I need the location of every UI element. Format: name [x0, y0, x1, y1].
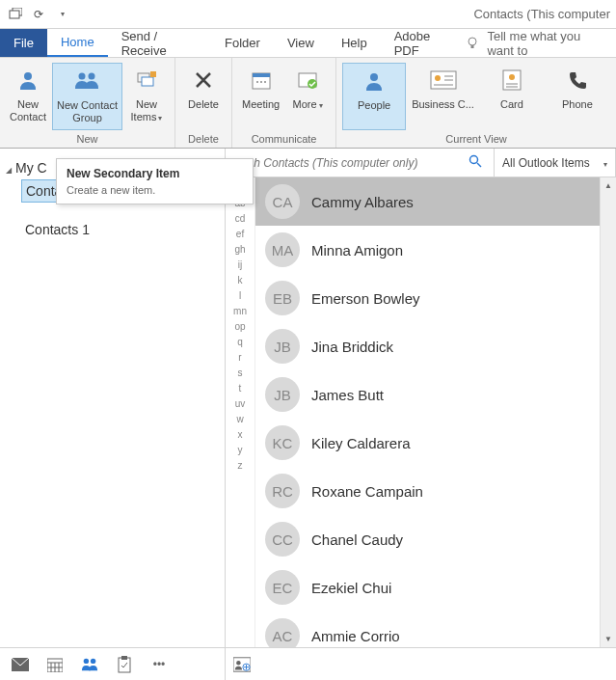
contacts-area: 123abcdefghijklmnopqrstuvwxyz CACammy Al… [226, 177, 616, 647]
new-contact-group-button[interactable]: New ContactGroup [52, 63, 122, 130]
new-contact-button[interactable]: NewContact [6, 63, 50, 130]
view-people-button[interactable]: People [342, 63, 406, 130]
alpha-mn[interactable]: mn [233, 307, 247, 316]
contact-name: Ezekiel Chui [311, 580, 391, 596]
search-icon[interactable] [463, 154, 488, 171]
tab-help[interactable]: Help [328, 29, 381, 57]
alpha-q[interactable]: q [237, 338, 243, 347]
calendar-nav-icon[interactable] [46, 656, 64, 673]
folder-pane: New Secondary Item Create a new item. My… [0, 149, 226, 680]
ribbon-tabs: File Home Send / Receive Folder View Hel… [0, 29, 616, 58]
alpha-op[interactable]: op [234, 322, 245, 332]
alpha-cd[interactable]: cd [235, 214, 246, 224]
svg-rect-36 [121, 656, 127, 660]
sendreceive-qat-icon[interactable] [6, 5, 25, 24]
avatar: EC [265, 570, 300, 605]
svg-point-4 [79, 73, 86, 80]
avatar: EB [265, 281, 300, 315]
scroll-up-icon[interactable]: ▲ [601, 177, 616, 194]
calendar-icon [246, 65, 277, 95]
tasks-nav-icon[interactable] [116, 656, 133, 673]
scrollbar[interactable]: ▲ ▼ [600, 177, 616, 647]
tree-item-contacts1[interactable]: Contacts 1 [21, 203, 219, 240]
tooltip-body: Create a new item. [67, 184, 243, 196]
new-items-icon [131, 65, 162, 95]
svg-rect-35 [119, 658, 130, 672]
svg-point-16 [370, 73, 378, 81]
view-card-button[interactable]: Card [480, 63, 544, 130]
tab-adobe[interactable]: Adobe PDF [381, 29, 467, 57]
svg-point-40 [236, 660, 241, 665]
person-view-icon [359, 66, 389, 96]
avatar: JB [265, 329, 300, 364]
alpha-t[interactable]: t [239, 384, 242, 394]
tab-file[interactable]: File [0, 29, 47, 57]
contact-row[interactable]: ECEzekiel Chui [255, 563, 600, 612]
svg-point-1 [469, 38, 476, 45]
alpha-ij[interactable]: ij [238, 260, 242, 270]
delete-button[interactable]: Delete [181, 63, 226, 130]
svg-line-38 [477, 163, 481, 167]
svg-rect-8 [150, 71, 156, 77]
alpha-x[interactable]: x [238, 430, 243, 440]
svg-point-34 [91, 658, 95, 663]
contact-list[interactable]: CACammy AlbaresMAMinna AmigonEBEmerson B… [254, 177, 600, 647]
alpha-gh[interactable]: gh [234, 245, 245, 255]
contact-name: Roxane Campain [311, 483, 423, 500]
alpha-k[interactable]: k [238, 276, 243, 286]
svg-point-11 [256, 81, 258, 83]
contact-row[interactable]: CACammy Albares [255, 177, 600, 226]
ribbon-group-currentview: People Business C... Card Phone Current … [336, 58, 616, 148]
svg-point-5 [89, 73, 95, 80]
view-businesscard-button[interactable]: Business C... [408, 63, 478, 130]
contact-row[interactable]: KCKiley Caldarera [255, 419, 600, 467]
tell-me-input[interactable]: Tell me what you want to [487, 29, 610, 58]
avatar: CC [265, 522, 300, 557]
svg-rect-2 [471, 45, 474, 48]
contact-row[interactable]: EBEmerson Bowley [255, 274, 600, 322]
contact-name: Kiley Caldarera [311, 435, 411, 451]
contact-row[interactable]: JBJina Briddick [255, 322, 600, 370]
lightbulb-icon[interactable] [466, 36, 479, 51]
contact-row[interactable]: ACAmmie Corrio [255, 612, 600, 647]
alpha-w[interactable]: w [236, 415, 243, 424]
nav-overflow-icon[interactable]: ••• [150, 656, 168, 673]
people-nav-icon[interactable] [81, 656, 98, 673]
avatar: MA [265, 232, 300, 267]
alpha-ef[interactable]: ef [236, 230, 244, 239]
alpha-uv[interactable]: uv [235, 399, 246, 409]
view-phone-button[interactable]: Phone [546, 63, 609, 130]
nav-bar: ••• [0, 647, 225, 680]
tab-folder[interactable]: Folder [211, 29, 274, 57]
tab-home[interactable]: Home [47, 29, 108, 57]
tab-view[interactable]: View [274, 29, 328, 57]
scroll-thumb[interactable] [601, 194, 616, 631]
alpha-r[interactable]: r [238, 353, 241, 363]
new-items-button[interactable]: NewItems [124, 63, 169, 130]
search-box[interactable] [226, 149, 495, 177]
more-icon [292, 65, 323, 95]
more-communicate-button[interactable]: More [285, 63, 330, 130]
svg-point-37 [470, 156, 478, 164]
mail-nav-icon[interactable] [12, 656, 29, 673]
people-card-icon[interactable] [233, 656, 251, 673]
alpha-y[interactable]: y [238, 446, 243, 455]
filter-dropdown[interactable]: All Outlook Items [495, 149, 616, 177]
alpha-s[interactable]: s [238, 368, 243, 378]
search-row: All Outlook Items [226, 149, 616, 177]
tab-sendreceive[interactable]: Send / Receive [108, 29, 211, 57]
scroll-down-icon[interactable]: ▼ [601, 631, 616, 647]
window-title: Contacts (This computer [473, 7, 610, 21]
contact-row[interactable]: MAMinna Amigon [255, 226, 600, 274]
svg-point-18 [435, 75, 441, 81]
alpha-z[interactable]: z [238, 461, 243, 471]
undo-icon[interactable]: ⟳ [29, 5, 48, 24]
search-input[interactable] [231, 156, 463, 170]
delete-x-icon [188, 65, 219, 95]
contact-row[interactable]: CCChanel Caudy [255, 515, 600, 563]
meeting-button[interactable]: Meeting [238, 63, 283, 130]
contact-row[interactable]: JBJames Butt [255, 370, 600, 419]
qat-customize-icon[interactable] [52, 5, 71, 24]
contact-row[interactable]: RCRoxane Campain [255, 467, 600, 515]
alpha-l[interactable]: l [239, 291, 241, 301]
